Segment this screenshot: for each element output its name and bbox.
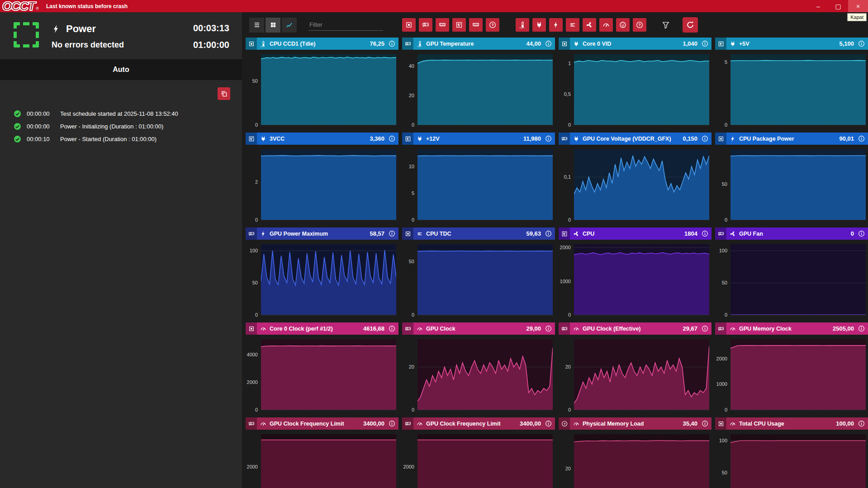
sensor-chart-card: GPU Core Voltage (VDDCR_GFX) 0,150 0,10 [559,133,711,224]
source-filter-gpu-button[interactable] [419,18,432,32]
y-tick-label: 0 [255,218,258,223]
mainboard-source-icon [559,227,570,240]
y-tick-label: 0 [725,407,727,412]
chart-header: GPU Core Voltage (VDDCR_GFX) 0,150 [559,133,711,145]
chart-current-value: 44,00 [526,40,541,47]
info-icon[interactable] [545,135,552,142]
sensor-chart-card: +5V 5,100 50 [715,38,868,129]
type-filter-temperature-button[interactable] [516,18,529,32]
grid-view-button[interactable] [266,18,280,33]
y-tick-label: 2000 [560,245,571,250]
chart-current-value: 2505,00 [833,325,854,332]
info-icon[interactable] [545,40,552,47]
info-icon[interactable] [389,325,395,332]
log-message: Test schedule started at 2025-11-08 13:5… [60,110,178,117]
info-icon[interactable] [545,230,552,237]
mode-selector[interactable]: Auto [0,59,242,80]
crash-status-message: Last known status before crash [46,3,128,9]
info-icon[interactable] [702,420,708,427]
y-axis-labels: 200 [559,339,574,410]
sensor-chart-card: 3VCC 3,360 20 [246,133,398,224]
y-tick-label: 20 [409,93,414,98]
type-filter-voltage-button[interactable] [532,18,546,32]
info-icon[interactable] [389,135,395,142]
check-circle-icon [14,135,21,143]
close-button[interactable]: × [848,0,868,12]
chart-plot [417,434,553,488]
current-icon [417,231,423,237]
type-filter-frequency-button[interactable] [599,18,613,32]
y-tick-label: 2000 [716,356,727,361]
frequency-icon [730,326,736,332]
info-icon[interactable] [702,325,708,332]
sensor-chart-card: GPU Memory Clock 2505,00 200010000 [715,322,868,414]
copy-log-button[interactable] [218,87,230,100]
info-icon[interactable] [702,230,708,237]
list-view-button[interactable] [249,18,264,33]
y-tick-label: 2 [255,179,258,184]
source-filter-dimm-button[interactable] [469,18,483,32]
occt-logo: OCCT [2,0,34,12]
y-axis-labels: 20 [246,149,261,220]
chart-title: GPU Memory Clock [739,326,829,332]
y-tick-label: 100 [719,438,727,443]
test-status-header: Power No errors detected 00:03:13 01:00:… [0,12,242,50]
frequency-icon [417,421,423,427]
frequency-icon [573,326,579,332]
chart-plot [730,434,866,488]
y-tick-label: 0 [255,123,258,128]
info-icon[interactable] [389,420,395,427]
source-filter-cpu-button[interactable] [402,18,416,32]
type-filter-power-button[interactable] [549,18,563,32]
chart-plot [261,434,396,488]
maximize-button[interactable]: ▢ [828,0,848,12]
log-entry: 00:00:00 Power - Initializing (Duration … [14,120,242,133]
y-tick-label: 40 [409,64,414,69]
source-filter-unknown-button[interactable] [486,18,499,32]
info-icon[interactable] [858,230,865,237]
source-filter-memory-button[interactable] [436,18,449,32]
y-axis-labels: 500 [402,244,417,315]
filter-input[interactable] [308,19,383,31]
type-filter-current-button[interactable] [566,18,579,32]
y-axis-labels: 50 [715,54,730,125]
funnel-filter-button[interactable] [660,19,672,31]
type-filter-unknown-button[interactable] [633,18,646,32]
y-tick-label: 0 [255,407,258,412]
info-icon[interactable] [389,230,395,237]
cpu-source-icon [246,38,257,50]
y-tick-label: 5 [412,190,414,195]
y-tick-label: 0 [568,218,571,223]
chart-current-value: 76,25 [370,40,384,47]
sensor-chart-card: GPU Clock Frequency Limit 3400,00 20000 [402,417,555,488]
info-icon[interactable] [858,420,865,427]
info-icon[interactable] [702,135,708,142]
check-circle-icon [14,110,21,118]
chart-title: GPU Power Maximum [270,231,366,237]
chart-header: GPU Clock (Effective) 29,67 [559,322,711,335]
y-tick-label: 0 [255,313,258,317]
type-filter-fan-button[interactable] [583,18,596,32]
chart-plot [574,244,709,315]
reset-graphs-button[interactable] [683,17,698,33]
chart-header: GPU Clock Frequency Limit 3400,00 [402,417,555,430]
y-tick-label: 0 [725,218,727,223]
chart-header: GPU Memory Clock 2505,00 [715,322,868,335]
chart-current-value: 0,150 [683,135,697,142]
info-icon[interactable] [702,40,708,47]
info-icon[interactable] [858,135,865,142]
info-icon[interactable] [858,40,865,47]
y-axis-labels: 500 [246,54,261,125]
monitoring-toolbar [242,12,868,38]
info-icon[interactable] [545,325,552,332]
chart-header: GPU Temperature 44,00 [402,38,555,50]
minimize-button[interactable]: – [808,0,828,12]
source-filter-mainboard-button[interactable] [452,18,466,32]
type-filter-load-button[interactable] [616,18,630,32]
info-icon[interactable] [389,40,395,47]
info-icon[interactable] [858,325,865,332]
chart-view-button[interactable] [282,18,297,33]
info-icon[interactable] [545,420,552,427]
chart-header: 3VCC 3,360 [246,133,398,145]
power-icon [730,136,736,142]
